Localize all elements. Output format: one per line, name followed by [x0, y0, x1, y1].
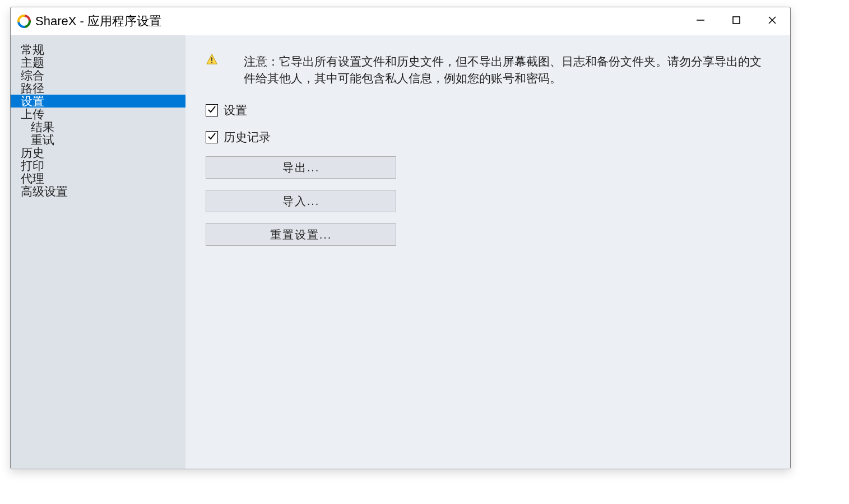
sidebar-item-paths[interactable]: 路径: [11, 82, 185, 95]
sidebar-item-general[interactable]: 常规: [11, 43, 185, 56]
sidebar-item-print[interactable]: 打印: [11, 159, 185, 172]
warning-icon: [206, 53, 218, 66]
warning-text: 注意：它导出所有设置文件和历史文件，但不导出屏幕截图、日志和备份文件夹。请勿分享…: [244, 53, 770, 87]
sidebar-item-results[interactable]: 结果: [11, 120, 185, 133]
sidebar: 常规 主题 综合 路径 设置 上传 结果 重试 历史 打印 代理 高级设置: [11, 35, 185, 469]
checkbox-history[interactable]: [206, 131, 218, 143]
checkbox-history-label: 历史记录: [224, 129, 271, 145]
settings-window: ShareX - 应用程序设置 常规 主题 综合 路: [10, 7, 791, 469]
svg-rect-1: [733, 17, 740, 24]
minimize-icon: [696, 16, 705, 27]
content-pane: 注意：它导出所有设置文件和历史文件，但不导出屏幕截图、日志和备份文件夹。请勿分享…: [185, 35, 790, 469]
sidebar-item-theme[interactable]: 主题: [11, 56, 185, 69]
svg-rect-5: [211, 62, 212, 63]
maximize-button[interactable]: [718, 7, 754, 35]
sidebar-item-proxy[interactable]: 代理: [11, 172, 185, 185]
maximize-icon: [732, 16, 741, 27]
window-body: 常规 主题 综合 路径 设置 上传 结果 重试 历史 打印 代理 高级设置: [11, 35, 790, 469]
close-icon: [768, 16, 777, 27]
sidebar-item-upload[interactable]: 上传: [11, 108, 185, 120]
sharex-logo-icon: [17, 15, 31, 28]
checkbox-settings-label: 设置: [224, 102, 247, 118]
check-icon: [207, 132, 216, 143]
check-icon: [207, 105, 216, 116]
sidebar-item-retry[interactable]: 重试: [11, 133, 185, 146]
close-button[interactable]: [754, 7, 790, 35]
sidebar-item-settings[interactable]: 设置: [11, 95, 185, 108]
titlebar: ShareX - 应用程序设置: [11, 7, 790, 35]
export-button[interactable]: 导出...: [206, 156, 396, 179]
checkbox-settings[interactable]: [206, 104, 218, 116]
sidebar-item-advanced[interactable]: 高级设置: [11, 185, 185, 198]
window-title: ShareX - 应用程序设置: [35, 13, 161, 30]
sidebar-item-integration[interactable]: 综合: [11, 69, 185, 82]
sidebar-item-history[interactable]: 历史: [11, 146, 185, 159]
reset-button[interactable]: 重置设置...: [206, 223, 396, 246]
svg-rect-4: [211, 57, 212, 60]
import-button[interactable]: 导入...: [206, 190, 396, 212]
minimize-button[interactable]: [683, 7, 718, 35]
